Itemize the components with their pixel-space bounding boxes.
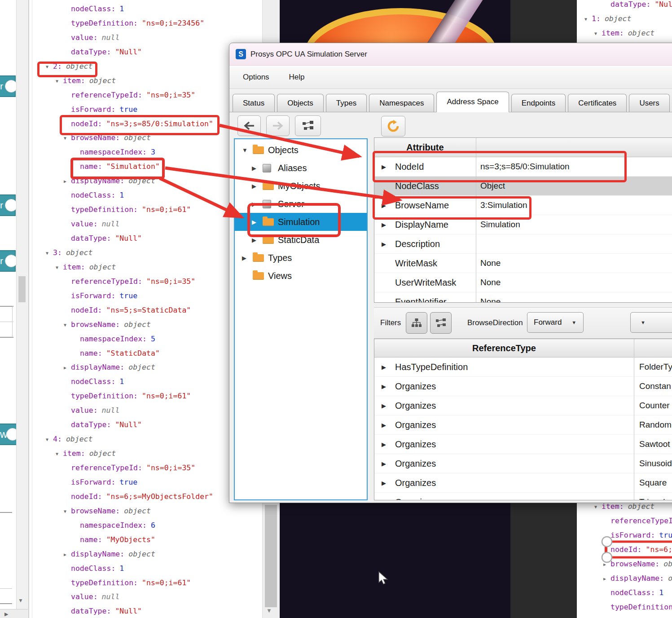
expand-arrow-icon[interactable]: ▶ bbox=[64, 547, 71, 562]
attribute-row[interactable]: UserWriteMask None bbox=[374, 273, 672, 292]
json-tree-row[interactable]: nodeClass:1 bbox=[32, 561, 278, 576]
teal-button-fragment[interactable]: r bbox=[0, 194, 16, 216]
refresh-button[interactable] bbox=[381, 116, 405, 137]
json-tree-row[interactable]: ▼1:object bbox=[578, 12, 672, 26]
diagram-filter-button[interactable] bbox=[430, 312, 452, 334]
json-value: object bbox=[124, 507, 151, 515]
reference-row[interactable]: ▶ HasTypeDefinition FolderTy bbox=[374, 358, 672, 377]
expand-arrow-icon[interactable]: ▼ bbox=[46, 246, 53, 260]
json-tree-row[interactable]: ▶displayName:object bbox=[32, 547, 278, 561]
tab[interactable]: Status bbox=[233, 94, 275, 112]
expand-arrow-icon[interactable]: ▼ bbox=[594, 26, 602, 41]
json-tree-row[interactable]: dataType:"Null" bbox=[32, 604, 278, 618]
tab[interactable]: Endpoints bbox=[511, 94, 566, 112]
tree-node[interactable]: ▼ Objects bbox=[235, 141, 367, 159]
expand-view-button[interactable] bbox=[295, 115, 321, 136]
expand-arrow-icon[interactable]: ▶ bbox=[64, 174, 71, 189]
json-value: true bbox=[119, 478, 137, 486]
expand-arrow-icon[interactable]: ▶ bbox=[64, 361, 71, 375]
expand-arrow-icon[interactable]: ▼ bbox=[56, 260, 63, 275]
expand-arrow-icon[interactable]: ▶ bbox=[252, 183, 263, 190]
window-title: Prosys OPC UA Simulation Server bbox=[250, 50, 367, 59]
reference-row[interactable]: ▶ Organizes Sinusoid bbox=[374, 454, 672, 473]
tree-node[interactable]: ▶ MyObjects bbox=[235, 177, 367, 195]
menu-item[interactable]: Help bbox=[279, 70, 315, 84]
json-tree-row[interactable]: value:null bbox=[32, 590, 278, 604]
reference-row[interactable]: ▶ Organizes Sawtoot bbox=[374, 435, 672, 454]
expand-arrow-icon[interactable]: ▶ bbox=[603, 557, 611, 572]
json-tree-row[interactable]: typeDefinition:"ns=0;i=61" bbox=[32, 576, 278, 590]
teal-button-fragment[interactable]: r bbox=[0, 250, 16, 272]
expand-arrow-icon[interactable]: ▼ bbox=[46, 433, 53, 447]
toolbar-zone bbox=[229, 112, 672, 138]
json-tree-row[interactable]: referenceTypeI bbox=[578, 514, 672, 528]
expand-arrow-icon[interactable]: ▶ bbox=[374, 383, 395, 390]
json-tree-row[interactable]: isForward:tru bbox=[578, 528, 672, 543]
reference-row[interactable]: ▶ Organizes Triangle bbox=[374, 493, 672, 500]
scrollbar-thumb[interactable] bbox=[18, 276, 26, 302]
tree-node[interactable]: Views bbox=[235, 267, 367, 285]
tab[interactable]: Types bbox=[326, 94, 367, 112]
window-titlebar[interactable]: S Prosys OPC UA Simulation Server bbox=[229, 43, 672, 66]
expand-arrow-icon[interactable]: ▶ bbox=[252, 165, 263, 172]
back-button[interactable] bbox=[237, 115, 261, 136]
json-tree-row[interactable]: typeDefinition:"ns=0;i=23456" bbox=[32, 16, 278, 31]
tab[interactable]: Objects bbox=[277, 94, 324, 112]
expand-arrow-icon[interactable]: ▶ bbox=[374, 422, 395, 428]
background-vertical-scrollbar[interactable]: ▼ bbox=[16, 0, 29, 618]
json-tree-row[interactable]: nodeClass:1 bbox=[32, 2, 278, 16]
expand-arrow-icon[interactable]: ▶ bbox=[374, 364, 395, 371]
attribute-row[interactable]: ▶ Description bbox=[374, 234, 672, 254]
expand-arrow-icon[interactable]: ▶ bbox=[374, 499, 395, 501]
scrollbar-thumb[interactable] bbox=[265, 505, 277, 607]
expand-arrow-icon[interactable]: ▼ bbox=[64, 318, 71, 332]
scrollbar-down-arrow-icon[interactable]: ▼ bbox=[18, 597, 23, 604]
tab[interactable]: Certificates bbox=[568, 94, 627, 112]
json-tree-row[interactable]: nodeClass:1 bbox=[578, 586, 672, 600]
expand-arrow-icon[interactable]: ▼ bbox=[584, 12, 592, 26]
json-tree-row[interactable]: ▼item:object bbox=[578, 26, 672, 40]
expand-arrow-icon[interactable]: ▶ bbox=[252, 237, 263, 243]
expand-arrow-icon[interactable]: ▼ bbox=[64, 504, 71, 519]
json-tree-row[interactable]: name:"MyObjects" bbox=[32, 533, 278, 547]
json-tree-row[interactable]: ▶browseName:ob bbox=[578, 557, 672, 571]
reference-row[interactable]: ▶ Organizes Counter bbox=[374, 396, 672, 415]
attribute-row[interactable]: WriteMask None bbox=[374, 254, 672, 273]
tab[interactable]: Users bbox=[629, 94, 669, 112]
tab[interactable]: Address Space bbox=[436, 92, 509, 112]
expand-arrow-icon[interactable]: ▶ bbox=[374, 221, 395, 228]
clipped-dropdown[interactable]: ▼ bbox=[630, 312, 672, 333]
expand-arrow-icon[interactable]: ▼ bbox=[56, 447, 63, 461]
reference-row[interactable]: ▶ Organizes Constan bbox=[374, 377, 672, 396]
expand-arrow-icon[interactable]: ▶ bbox=[374, 402, 395, 409]
json-tree-row[interactable]: ▶displayName:o bbox=[578, 571, 672, 586]
json-tree-row[interactable]: dataType:"Nul bbox=[578, 0, 672, 12]
browse-direction-dropdown[interactable]: Forward ▼ bbox=[527, 312, 584, 333]
teal-button-fragment[interactable]: wse bbox=[0, 424, 17, 445]
expand-arrow-icon[interactable]: ▶ bbox=[374, 460, 395, 467]
json-tree-row[interactable]: ▼browseName:object bbox=[32, 504, 278, 518]
expand-arrow-icon[interactable]: ▼ bbox=[242, 147, 253, 154]
expand-arrow-icon[interactable]: ▶ bbox=[374, 480, 395, 486]
expand-arrow-icon[interactable]: ▶ bbox=[374, 441, 395, 448]
scrollbar-down-arrow-icon[interactable]: ▼ bbox=[266, 607, 272, 614]
reference-row[interactable]: ▶ Organizes Random bbox=[374, 415, 672, 435]
attribute-row[interactable]: EventNotifier None bbox=[374, 292, 672, 303]
json-key: namespaceIndex: bbox=[80, 335, 147, 343]
hierarchy-filter-button[interactable] bbox=[406, 312, 427, 334]
expand-arrow-icon[interactable]: ▶ bbox=[603, 572, 611, 586]
json-tree-row[interactable]: namespaceIndex:6 bbox=[32, 518, 278, 533]
expand-arrow-icon[interactable]: ▶ bbox=[374, 241, 395, 247]
background-horizontal-scrollbar[interactable]: ▶ bbox=[0, 609, 28, 618]
json-tree-row[interactable]: typeDefinition bbox=[578, 600, 672, 614]
teal-button-fragment[interactable]: r bbox=[0, 75, 16, 97]
tree-node[interactable]: ▶ Aliases bbox=[235, 159, 367, 177]
json-key: referenceTypeId: bbox=[71, 464, 142, 472]
tree-node[interactable]: ▶ Types bbox=[235, 249, 367, 267]
forward-button[interactable] bbox=[266, 115, 290, 136]
json-tree-row[interactable]: nodeId:"ns=6; bbox=[578, 543, 672, 557]
expand-arrow-icon[interactable]: ▶ bbox=[242, 255, 253, 261]
reference-row[interactable]: ▶ Organizes Square bbox=[374, 473, 672, 493]
tab[interactable]: Namespaces bbox=[369, 94, 434, 112]
menu-item[interactable]: Options bbox=[233, 70, 279, 84]
